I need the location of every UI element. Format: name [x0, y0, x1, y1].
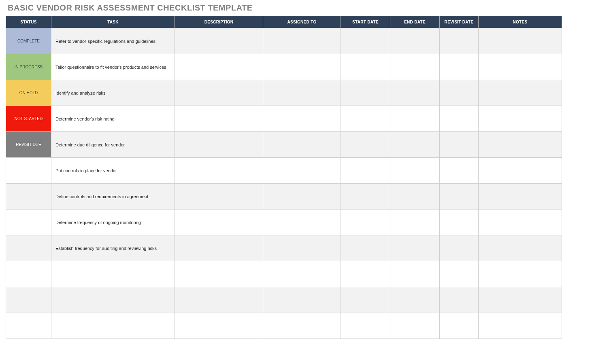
end-date-cell[interactable]: [390, 235, 440, 261]
status-cell[interactable]: ON HOLD: [6, 80, 51, 106]
status-cell[interactable]: [6, 184, 51, 210]
start-date-cell[interactable]: [341, 80, 390, 106]
start-date-cell[interactable]: [341, 184, 390, 210]
revisit-date-cell[interactable]: [440, 106, 479, 132]
start-date-cell[interactable]: [341, 106, 390, 132]
notes-cell[interactable]: [479, 28, 562, 54]
revisit-date-cell[interactable]: [440, 210, 479, 235]
start-date-cell[interactable]: [341, 313, 390, 339]
notes-cell[interactable]: [479, 54, 562, 80]
end-date-cell[interactable]: [390, 132, 440, 158]
assigned-to-cell[interactable]: [263, 184, 341, 210]
notes-cell[interactable]: [479, 287, 562, 313]
task-cell[interactable]: Determine frequency of ongoing monitorin…: [51, 210, 175, 235]
description-cell[interactable]: [175, 287, 263, 313]
status-cell[interactable]: [6, 235, 51, 261]
start-date-cell[interactable]: [341, 235, 390, 261]
end-date-cell[interactable]: [390, 158, 440, 184]
description-cell[interactable]: [175, 313, 263, 339]
assigned-to-cell[interactable]: [263, 287, 341, 313]
status-cell[interactable]: [6, 287, 51, 313]
notes-cell[interactable]: [479, 235, 562, 261]
revisit-date-cell[interactable]: [440, 158, 479, 184]
end-date-cell[interactable]: [390, 210, 440, 235]
revisit-date-cell[interactable]: [440, 54, 479, 80]
description-cell[interactable]: [175, 158, 263, 184]
end-date-cell[interactable]: [390, 184, 440, 210]
description-cell[interactable]: [175, 184, 263, 210]
task-cell[interactable]: Put controls in place for vendor: [51, 158, 175, 184]
notes-cell[interactable]: [479, 106, 562, 132]
status-cell[interactable]: IN PROGRESS: [6, 54, 51, 80]
start-date-cell[interactable]: [341, 54, 390, 80]
notes-cell[interactable]: [479, 313, 562, 339]
end-date-cell[interactable]: [390, 106, 440, 132]
status-cell[interactable]: REVISIT DUE: [6, 132, 51, 158]
status-cell[interactable]: COMPLETE: [6, 28, 51, 54]
end-date-cell[interactable]: [390, 261, 440, 287]
notes-cell[interactable]: [479, 184, 562, 210]
status-cell[interactable]: NOT STARTED: [6, 106, 51, 132]
revisit-date-cell[interactable]: [440, 184, 479, 210]
task-cell[interactable]: Establish frequency for auditing and rev…: [51, 235, 175, 261]
end-date-cell[interactable]: [390, 80, 440, 106]
status-cell[interactable]: [6, 158, 51, 184]
table-row: Put controls in place for vendor: [6, 158, 562, 184]
description-cell[interactable]: [175, 132, 263, 158]
assigned-to-cell[interactable]: [263, 80, 341, 106]
end-date-cell[interactable]: [390, 313, 440, 339]
start-date-cell[interactable]: [341, 287, 390, 313]
notes-cell[interactable]: [479, 210, 562, 235]
task-cell[interactable]: Tailor questionnaire to fit vendor's pro…: [51, 54, 175, 80]
status-cell[interactable]: [6, 261, 51, 287]
revisit-date-cell[interactable]: [440, 80, 479, 106]
notes-cell[interactable]: [479, 158, 562, 184]
description-cell[interactable]: [175, 28, 263, 54]
revisit-date-cell[interactable]: [440, 28, 479, 54]
table-row: [6, 261, 562, 287]
start-date-cell[interactable]: [341, 132, 390, 158]
task-cell[interactable]: Define controls and requirements in agre…: [51, 184, 175, 210]
start-date-cell[interactable]: [341, 261, 390, 287]
description-cell[interactable]: [175, 54, 263, 80]
description-cell[interactable]: [175, 210, 263, 235]
task-cell[interactable]: [51, 261, 175, 287]
task-cell[interactable]: Determine vendor's risk rating: [51, 106, 175, 132]
notes-cell[interactable]: [479, 261, 562, 287]
start-date-cell[interactable]: [341, 158, 390, 184]
status-cell[interactable]: [6, 313, 51, 339]
revisit-date-cell[interactable]: [440, 132, 479, 158]
start-date-cell[interactable]: [341, 210, 390, 235]
assigned-to-cell[interactable]: [263, 132, 341, 158]
assigned-to-cell[interactable]: [263, 28, 341, 54]
assigned-to-cell[interactable]: [263, 106, 341, 132]
assigned-to-cell[interactable]: [263, 210, 341, 235]
description-cell[interactable]: [175, 261, 263, 287]
assigned-to-cell[interactable]: [263, 54, 341, 80]
task-cell[interactable]: [51, 287, 175, 313]
assigned-to-cell[interactable]: [263, 261, 341, 287]
description-cell[interactable]: [175, 80, 263, 106]
table-row: COMPLETERefer to vendor-specific regulat…: [6, 28, 562, 54]
notes-cell[interactable]: [479, 80, 562, 106]
task-cell[interactable]: [51, 313, 175, 339]
assigned-to-cell[interactable]: [263, 313, 341, 339]
task-cell[interactable]: Identify and analyze risks: [51, 80, 175, 106]
task-cell[interactable]: Refer to vendor-specific regulations and…: [51, 28, 175, 54]
checklist-table-wrap: STATUS TASK DESCRIPTION ASSIGNED TO STAR…: [6, 16, 557, 339]
end-date-cell[interactable]: [390, 287, 440, 313]
assigned-to-cell[interactable]: [263, 158, 341, 184]
task-cell[interactable]: Determine due diligence for vendor: [51, 132, 175, 158]
revisit-date-cell[interactable]: [440, 313, 479, 339]
status-cell[interactable]: [6, 210, 51, 235]
start-date-cell[interactable]: [341, 28, 390, 54]
revisit-date-cell[interactable]: [440, 235, 479, 261]
description-cell[interactable]: [175, 235, 263, 261]
description-cell[interactable]: [175, 106, 263, 132]
revisit-date-cell[interactable]: [440, 287, 479, 313]
notes-cell[interactable]: [479, 132, 562, 158]
revisit-date-cell[interactable]: [440, 261, 479, 287]
assigned-to-cell[interactable]: [263, 235, 341, 261]
end-date-cell[interactable]: [390, 28, 440, 54]
end-date-cell[interactable]: [390, 54, 440, 80]
